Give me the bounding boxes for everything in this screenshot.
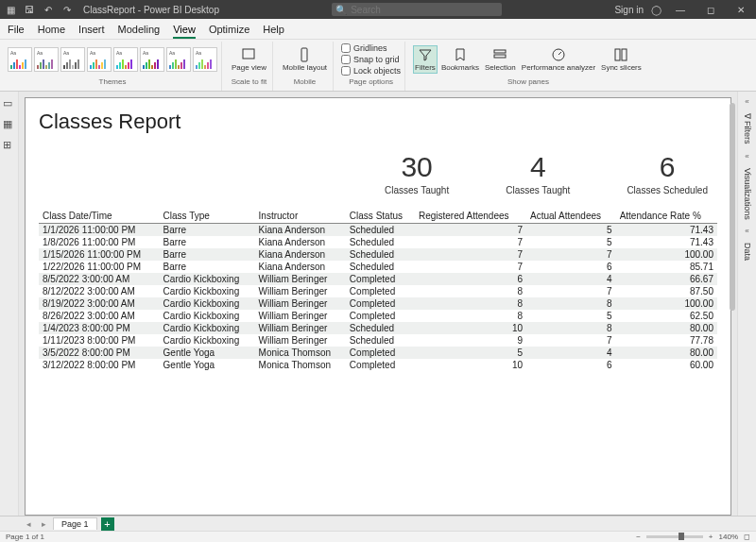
data-pane-tab[interactable]: Data [743,243,752,261]
bookmarks-pane-button[interactable]: Bookmarks [439,47,481,72]
user-icon[interactable]: ◯ [651,5,662,15]
table-cell: 4 [526,347,616,359]
fit-to-page-icon[interactable]: ◻ [744,533,750,541]
table-row[interactable]: 8/12/2022 3:00:00 AMCardio KickboxingWil… [39,285,717,297]
table-row[interactable]: 1/4/2023 8:00:00 PMCardio KickboxingWill… [39,322,717,334]
add-page-button[interactable]: + [101,517,114,531]
theme-swatch[interactable]: Aa [34,47,59,72]
column-header[interactable]: Attendance Rate % [616,209,717,224]
selection-pane-button[interactable]: Selection [483,47,518,72]
column-header[interactable]: Registered Attendees [415,209,526,224]
chevron-left-icon[interactable]: « [745,97,748,106]
visualizations-pane-tab[interactable]: Visualizations [743,168,752,220]
table-row[interactable]: 3/5/2022 8:00:00 PMGentle YogaMonica Tho… [39,347,717,359]
table-cell: Barre [160,261,255,273]
table-row[interactable]: 8/19/2022 3:00:00 AMCardio KickboxingWil… [39,297,717,310]
theme-swatch[interactable]: Aa [113,47,138,72]
kpi-cards: 30 Classes Taught 4 Classes Taught 6 Cla… [39,151,717,195]
column-header[interactable]: Class Type [160,209,255,224]
table-row[interactable]: 3/12/2022 8:00:00 PMGentle YogaMonica Th… [39,359,717,371]
maximize-button[interactable]: ◻ [699,5,722,15]
tab-nav-next[interactable]: ▸ [38,519,49,529]
menu-view[interactable]: View [173,24,196,39]
page-view-button[interactable]: Page view [230,47,268,72]
undo-icon[interactable]: ↶ [42,3,55,16]
chevron-left-icon[interactable]: « [745,152,748,161]
column-header[interactable]: Instructor [255,209,346,224]
close-button[interactable]: ✕ [730,5,752,15]
lock-objects-checkbox[interactable]: Lock objects [341,66,401,76]
table-cell: 6 [526,359,616,371]
search-box[interactable]: 🔍 [332,3,502,16]
table-header-row: Class Date/TimeClass TypeInstructorClass… [39,209,717,224]
table-cell: 5 [526,224,616,237]
zoom-out-button[interactable]: − [636,533,641,541]
theme-swatch[interactable]: Aa [8,47,32,72]
report-canvas[interactable]: Classes Report 30 Classes Taught 4 Class… [25,97,731,516]
table-body: 1/1/2026 11:00:00 PMBarreKiana AndersonS… [39,224,717,372]
table-cell: 6 [415,273,526,285]
menu-bar: File Home Insert Modeling View Optimize … [0,19,756,40]
table-row[interactable]: 1/15/2026 11:00:00 PMBarreKiana Anderson… [39,248,717,261]
menu-modeling[interactable]: Modeling [118,24,161,35]
mobile-layout-button[interactable]: Mobile layout [281,47,329,72]
table-row[interactable]: 8/26/2022 3:00:00 AMCardio KickboxingWil… [39,310,717,322]
data-view-icon[interactable]: ▦ [3,118,16,131]
column-header[interactable]: Class Date/Time [39,209,160,224]
model-view-icon[interactable]: ⊞ [3,139,16,152]
theme-swatch[interactable]: Aa [140,47,164,72]
tab-nav-prev[interactable]: ◂ [23,519,34,529]
signin-link[interactable]: Sign in [614,5,644,15]
table-cell: Scheduled [346,236,415,248]
table-cell: Cardio Kickboxing [160,322,255,334]
search-input[interactable] [351,5,498,15]
theme-swatch[interactable]: Aa [193,47,217,72]
snap-to-grid-checkbox[interactable]: Snap to grid [341,55,400,64]
filters-pane-button[interactable]: Filters [413,45,438,74]
table-row[interactable]: 1/22/2026 11:00:00 PMBarreKiana Anderson… [39,261,717,273]
menu-optimize[interactable]: Optimize [209,24,249,35]
table-cell: Completed [346,285,415,297]
table-cell: Completed [346,359,415,371]
ribbon-group-themes: AaAaAaAaAaAaAaAa Themes [4,42,222,91]
table-row[interactable]: 1/1/2026 11:00:00 PMBarreKiana AndersonS… [39,224,717,237]
table-row[interactable]: 8/5/2022 3:00:00 AMCardio KickboxingWill… [39,273,717,285]
table-cell: Kiana Anderson [255,236,346,248]
page-tab[interactable]: Page 1 [53,517,97,530]
table-cell: 7 [415,224,526,237]
save-icon[interactable]: 🖫 [23,3,36,16]
table-row[interactable]: 1/8/2026 11:00:00 PMBarreKiana AndersonS… [39,236,717,248]
column-header[interactable]: Actual Attendees [526,209,616,224]
zoom-in-button[interactable]: + [709,533,713,541]
vertical-scrollbar[interactable] [730,103,735,311]
sync-slicers-button[interactable]: Sync slicers [599,47,644,72]
table-cell: Cardio Kickboxing [160,310,255,322]
theme-swatch[interactable]: Aa [166,47,191,72]
theme-swatch[interactable]: Aa [60,47,85,72]
table-row[interactable]: 1/11/2023 8:00:00 PMCardio KickboxingWil… [39,334,717,347]
table-cell: 10 [415,359,526,371]
table-cell: 66.67 [616,273,717,285]
report-view-icon[interactable]: ▭ [3,97,16,110]
redo-icon[interactable]: ↷ [60,3,74,16]
zoom-slider[interactable] [646,535,703,538]
right-pane-rail: « ∇Filters « Visualizations « Data [737,92,756,516]
table-cell: Barre [160,236,255,248]
table-cell: 8/5/2022 3:00:00 AM [39,273,160,285]
chevron-left-icon[interactable]: « [745,227,748,235]
theme-swatch[interactable]: Aa [87,47,112,72]
menu-home[interactable]: Home [38,24,65,35]
minimize-button[interactable]: — [669,5,692,15]
menu-help[interactable]: Help [263,24,284,35]
menu-insert[interactable]: Insert [78,24,105,35]
menu-file[interactable]: File [8,24,25,35]
performance-analyzer-button[interactable]: Performance analyzer [520,47,597,72]
column-header[interactable]: Class Status [346,209,415,224]
ribbon-group-show-panes: Filters Bookmarks Selection Performance … [409,42,647,91]
table-cell: 7 [526,248,616,261]
filters-pane-tab[interactable]: ∇Filters [743,113,752,144]
gridlines-checkbox[interactable]: Gridlines [341,43,387,53]
table-cell: Completed [346,310,415,322]
table-cell: Cardio Kickboxing [160,285,255,297]
table-cell: 71.43 [616,236,717,248]
